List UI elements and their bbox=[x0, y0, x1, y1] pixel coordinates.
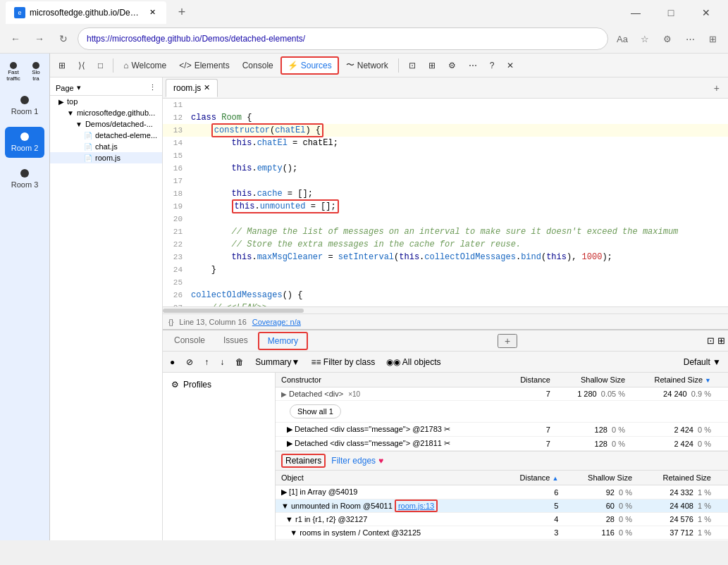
room-js-tab-close[interactable]: ✕ bbox=[204, 83, 210, 92]
retainers-label: Retainers bbox=[281, 454, 326, 468]
fast-traffic-item-2[interactable]: Slotra bbox=[26, 59, 46, 85]
show-all-row: Show all 1 bbox=[276, 401, 728, 423]
main-layout: Fasttraffic Slotra Room 1 Room 2 Room 3 … bbox=[0, 54, 728, 540]
retainer-row-1[interactable]: ▶ [1] in Array @54019 6 92 0 % 24 332 1 … bbox=[276, 485, 728, 499]
devtools-toggle-btn-3[interactable]: □ bbox=[92, 56, 109, 75]
default-dropdown-btn[interactable]: Default ▼ bbox=[679, 354, 725, 371]
detached-div-row-1[interactable]: ▶ Detached <div class="message"> @21783 … bbox=[276, 423, 728, 437]
elements-tab-btn[interactable]: </> Elements bbox=[173, 56, 235, 75]
refresh-button[interactable]: ↻ bbox=[54, 29, 73, 49]
tree-top-label: top bbox=[67, 97, 78, 106]
extensions-button[interactable]: ⚙ bbox=[658, 29, 677, 49]
tree-microsoftedge[interactable]: ▼ microsoftedge.github... bbox=[50, 107, 162, 118]
download-btn[interactable]: ↓ bbox=[216, 354, 228, 371]
detached-div-group-row[interactable]: ▶ Detached <div> ×10 7 1 280 0.05 % 24 2… bbox=[276, 387, 728, 401]
welcome-tab-btn[interactable]: ⌂ Welcome bbox=[118, 56, 172, 75]
room-2-item[interactable]: Room 2 bbox=[5, 127, 44, 158]
address-input[interactable] bbox=[78, 27, 608, 50]
room-3-dot bbox=[20, 169, 29, 178]
code-line-24: 24 } bbox=[163, 263, 728, 276]
browser-tab[interactable]: e microsoftedge.github.io/Demos/d ✕ bbox=[6, 1, 166, 24]
devtools-more-btn[interactable]: ⋯ bbox=[463, 56, 483, 75]
add-tab-button[interactable]: + bbox=[708, 82, 725, 94]
devtools-icon-btn-2[interactable]: ⊞ bbox=[423, 56, 441, 75]
stop-btn[interactable]: ⊘ bbox=[182, 354, 197, 371]
fast-traffic-item-1[interactable]: Fasttraffic bbox=[4, 59, 23, 85]
ret-scroll-col bbox=[717, 471, 728, 485]
tree-file-icon-3: 📄 bbox=[84, 154, 92, 162]
room-js-tab[interactable]: room.js ✕ bbox=[166, 79, 218, 97]
console-label: Console bbox=[242, 61, 273, 70]
retainer-row-2[interactable]: ▼ unmounted in Room @54011 room.js:13 5 … bbox=[276, 499, 728, 513]
new-tab-button[interactable]: + bbox=[172, 3, 192, 23]
code-content[interactable]: 11 12 class Room { 13 constructor(chatEl… bbox=[163, 99, 728, 306]
line-num-20: 20 bbox=[163, 213, 188, 225]
tree-detached[interactable]: 📄 detached-eleme... bbox=[50, 130, 162, 141]
retainer-row-4[interactable]: ▼ rooms in system / Context @32125 3 116… bbox=[276, 526, 728, 540]
dock-btn[interactable]: ⊡ bbox=[707, 335, 715, 346]
filter-by-class-btn[interactable]: ≡ ≡ Filter by class bbox=[307, 354, 379, 371]
network-label: Network bbox=[357, 61, 388, 70]
network-tab-btn[interactable]: 〜 Network bbox=[340, 56, 394, 75]
reader-button[interactable]: Aa bbox=[612, 29, 632, 49]
devtools-help-btn[interactable]: ? bbox=[484, 56, 500, 75]
line-content-15 bbox=[188, 149, 728, 162]
code-tabs: room.js ✕ + bbox=[163, 77, 728, 99]
room-2-label: Room 2 bbox=[11, 144, 39, 152]
maximize-button[interactable]: □ bbox=[655, 2, 687, 23]
back-button[interactable]: ← bbox=[6, 29, 25, 49]
line-content-17 bbox=[188, 175, 728, 187]
profiles-item[interactable]: ⚙ Profiles bbox=[166, 375, 272, 394]
console-tab-btn[interactable]: Console bbox=[237, 56, 279, 75]
forward-button[interactable]: → bbox=[30, 29, 49, 49]
summary-dropdown[interactable]: Summary ▼ bbox=[251, 354, 304, 371]
brace-icon: {} bbox=[168, 318, 173, 326]
line-content-21: // Manage the list of messages on an int… bbox=[188, 225, 728, 238]
fast-traffic-label-2: Slotra bbox=[32, 69, 40, 82]
filter-edges-btn[interactable]: Filter edges ♥ bbox=[331, 456, 383, 466]
retainers-header: Retainers Filter edges ♥ bbox=[276, 451, 728, 471]
tree-roomjs[interactable]: 📄 room.js bbox=[50, 152, 162, 163]
more-button[interactable]: ⋯ bbox=[680, 29, 700, 49]
detached-div-row-2[interactable]: ▶ Detached <div class="message"> @21811 … bbox=[276, 437, 728, 451]
code-line-23: 23 this.maxMsgCleaner = setInterval(this… bbox=[163, 251, 728, 263]
sidebar-button[interactable]: ⊞ bbox=[703, 29, 722, 49]
tree-top[interactable]: ▶ top bbox=[50, 96, 162, 107]
room-js-link[interactable]: room.js:13 bbox=[395, 499, 438, 512]
room-js-tab-label: room.js bbox=[173, 83, 201, 93]
devtools-settings-btn[interactable]: ⚙ bbox=[443, 56, 462, 75]
expand-btn[interactable]: ⊞ bbox=[717, 335, 725, 346]
room-1-item[interactable]: Room 1 bbox=[5, 90, 44, 121]
add-panel-btn[interactable]: + bbox=[498, 334, 517, 348]
close-button[interactable]: ✕ bbox=[690, 2, 722, 23]
line-num-13: 13 bbox=[163, 124, 188, 137]
tree-chatjs[interactable]: 📄 chat.js bbox=[50, 141, 162, 152]
console-tab[interactable]: Console bbox=[166, 332, 214, 350]
coverage-link[interactable]: Coverage: n/a bbox=[252, 318, 301, 326]
devtools-icon-btn-1[interactable]: ⊡ bbox=[403, 56, 421, 75]
memory-tab[interactable]: Memory bbox=[258, 332, 308, 350]
retainer-row-3[interactable]: ▼ r1 in {r1, r2} @32127 4 28 0 % 24 576 … bbox=[276, 513, 728, 526]
show-all-button[interactable]: Show all 1 bbox=[290, 404, 341, 418]
tree-demos[interactable]: ▼ Demos/detached-... bbox=[50, 118, 162, 130]
favorites-button[interactable]: ☆ bbox=[635, 29, 655, 49]
all-objects-btn[interactable]: ◉ ◉ All objects bbox=[382, 354, 445, 371]
tab-close-button[interactable]: ✕ bbox=[147, 7, 158, 18]
gc-btn[interactable]: 🗑 bbox=[231, 354, 248, 371]
window-controls: — □ ✕ bbox=[619, 2, 722, 23]
scissors-icon-1: ✂ bbox=[444, 425, 450, 433]
ret3-scroll bbox=[717, 513, 728, 526]
scrollbar-thumb[interactable] bbox=[163, 309, 304, 313]
devtools-toggle-btn-1[interactable]: ⊞ bbox=[53, 56, 71, 75]
line-num-12: 12 bbox=[163, 111, 188, 124]
devtools-close-btn[interactable]: ✕ bbox=[501, 56, 519, 75]
record-btn[interactable]: ● bbox=[166, 354, 179, 371]
room-3-item[interactable]: Room 3 bbox=[5, 163, 44, 194]
devtools-toggle-btn-2[interactable]: ⟩⟨ bbox=[73, 56, 91, 75]
sources-tab-btn[interactable]: ⚡ Sources bbox=[280, 56, 339, 75]
fast-traffic-label-1: Fasttraffic bbox=[6, 69, 20, 82]
horizontal-scrollbar[interactable] bbox=[163, 306, 728, 313]
minimize-button[interactable]: — bbox=[619, 2, 652, 23]
upload-btn[interactable]: ↑ bbox=[200, 354, 213, 371]
issues-tab[interactable]: Issues bbox=[215, 332, 257, 350]
